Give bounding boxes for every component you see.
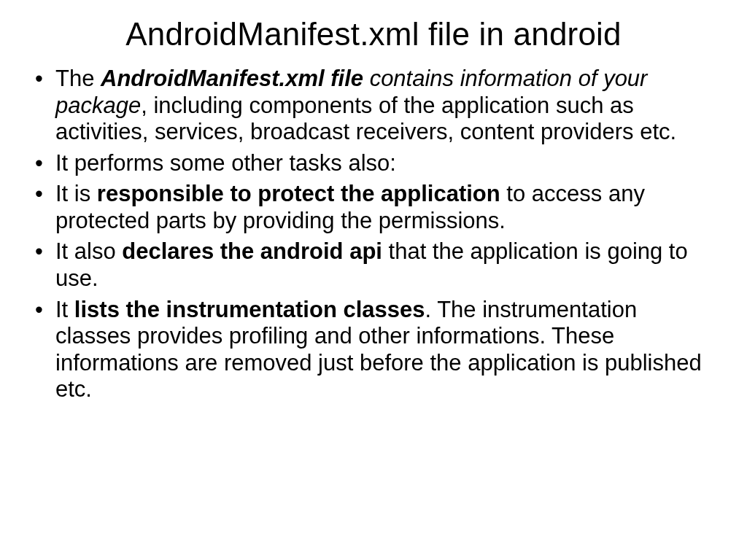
- bullet-1-bold-ital: AndroidManifest.xml file: [101, 66, 363, 91]
- bullet-4: It also declares the android api that th…: [29, 238, 718, 292]
- bullet-4-pre: It also: [55, 238, 122, 264]
- bullet-3-bold: responsible to protect the application: [97, 181, 500, 206]
- bullet-4-bold: declares the android api: [122, 238, 382, 264]
- bullet-5-bold: lists the instrumentation classes: [74, 297, 425, 322]
- bullet-5-pre: It: [55, 297, 74, 322]
- bullet-3-pre: It is: [55, 181, 97, 206]
- bullet-3: It is responsible to protect the applica…: [29, 181, 718, 234]
- bullet-1-rest: , including components of the applicatio…: [55, 93, 676, 145]
- bullet-1: The AndroidManifest.xml file contains in…: [29, 66, 718, 146]
- bullet-2: It performs some other tasks also:: [29, 150, 718, 177]
- slide: AndroidManifest.xml file in android The …: [0, 0, 747, 560]
- bullet-2-text: It performs some other tasks also:: [55, 150, 396, 176]
- bullet-1-pre: The: [55, 66, 101, 91]
- bullet-list: The AndroidManifest.xml file contains in…: [29, 66, 718, 403]
- bullet-5: It lists the instrumentation classes. Th…: [29, 297, 718, 403]
- slide-title: AndroidManifest.xml file in android: [29, 16, 718, 52]
